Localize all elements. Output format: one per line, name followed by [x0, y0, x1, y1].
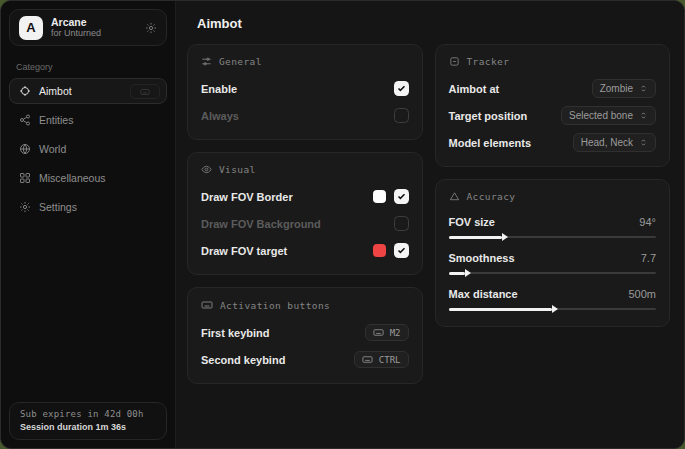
slider-value: 94°: [639, 216, 656, 228]
general-card: General Enable Always: [187, 44, 423, 140]
gear-icon: [19, 201, 31, 213]
setting-row-always: Always: [201, 105, 409, 126]
setting-label: Max distance: [449, 288, 518, 300]
brand-logo: A: [19, 16, 43, 40]
chevrons-up-down-icon: [639, 138, 648, 147]
visual-card-header: Visual: [201, 164, 409, 175]
setting-row-enable: Enable: [201, 78, 409, 99]
app-window: A Arcane for Unturned Category A: [0, 0, 685, 449]
sidebar-item-label: Settings: [39, 201, 77, 213]
setting-row-target-position: Target position Selected bone: [449, 105, 657, 126]
tracker-card-header: Tracker: [449, 56, 657, 67]
gear-icon[interactable]: [145, 22, 157, 34]
aimbot-at-select[interactable]: Zombie: [592, 79, 656, 98]
sidebar-item-label: Aimbot: [39, 85, 72, 97]
model-elements-select[interactable]: Head, Neck: [573, 133, 656, 152]
max-distance-group: Max distance 500m: [449, 285, 657, 313]
slider-value: 7.7: [641, 252, 656, 264]
setting-row-first-keybind: First keybind M2: [201, 322, 409, 343]
right-column: Tracker Aimbot at Zombie: [435, 44, 671, 327]
eye-icon: [201, 164, 212, 175]
activation-card-header: Activation buttons: [201, 299, 409, 311]
crosshair-icon: [19, 85, 31, 97]
select-value: Selected bone: [569, 110, 633, 121]
setting-row-fov-target: Draw FOV target: [201, 240, 409, 261]
sidebar-item-label: Miscellaneous: [39, 172, 106, 184]
triangle-icon: [449, 191, 460, 202]
sidebar-item-aimbot[interactable]: Aimbot: [9, 78, 167, 104]
select-value: Head, Neck: [581, 137, 633, 148]
controls-group: [373, 189, 409, 204]
max-distance-slider[interactable]: [449, 305, 657, 313]
sidebar-item-world[interactable]: World: [9, 136, 167, 162]
setting-row-second-keybind: Second keybind CTRL: [201, 349, 409, 370]
fov-background-checkbox[interactable]: [394, 216, 409, 231]
setting-label: Smoothness: [449, 252, 515, 264]
subscription-info-card: Sub expires in 42d 00h Session duration …: [9, 402, 167, 440]
brand-title: Arcane: [51, 16, 137, 28]
left-column: General Enable Always: [187, 44, 423, 384]
chevrons-up-down-icon: [639, 84, 648, 93]
card-title: Accuracy: [467, 191, 516, 202]
setting-label: Target position: [449, 110, 528, 122]
main-panel: Aimbot General Enable: [176, 1, 684, 448]
sub-expires-text: Sub expires in 42d 00h: [20, 409, 156, 419]
second-keybind-button[interactable]: CTRL: [354, 351, 409, 368]
setting-label: Enable: [201, 83, 237, 95]
card-title: General: [219, 56, 262, 67]
setting-label: First keybind: [201, 327, 269, 339]
color-swatch[interactable]: [373, 244, 386, 257]
sidebar-item-miscellaneous[interactable]: Miscellaneous: [9, 165, 167, 191]
enable-checkbox[interactable]: [394, 81, 409, 96]
slider-rail: [449, 272, 657, 274]
slider-value: 500m: [628, 288, 656, 300]
keyboard-icon: [201, 299, 213, 311]
category-label: Category: [16, 62, 175, 72]
always-checkbox[interactable]: [394, 108, 409, 123]
keybind-hint-badge: [130, 84, 160, 99]
target-position-select[interactable]: Selected bone: [561, 106, 656, 125]
sidebar-item-settings[interactable]: Settings: [9, 194, 167, 220]
brand-subtitle: for Unturned: [51, 28, 137, 38]
brand-text: Arcane for Unturned: [51, 16, 137, 38]
keyboard-icon: [373, 327, 384, 338]
setting-label: FOV size: [449, 216, 495, 228]
sidebar-item-entities[interactable]: Entities: [9, 107, 167, 133]
sidebar-nav: Aimbot Entities: [1, 78, 175, 220]
keybind-value: M2: [390, 328, 401, 338]
smoothness-slider[interactable]: [449, 269, 657, 277]
smoothness-group: Smoothness 7.7: [449, 249, 657, 277]
setting-label: Draw FOV Border: [201, 191, 293, 203]
setting-label: Aimbot at: [449, 83, 500, 95]
chevrons-up-down-icon: [639, 111, 648, 120]
sidebar-item-label: Entities: [39, 114, 73, 126]
cards-grid: General Enable Always: [187, 44, 670, 384]
setting-label: Model elements: [449, 137, 532, 149]
setting-row-fov-background: Draw FOV Background: [201, 213, 409, 234]
accuracy-card: Accuracy FOV size 94°: [435, 179, 671, 327]
fov-border-checkbox[interactable]: [394, 189, 409, 204]
entities-icon: [19, 114, 31, 126]
slider-label-row: FOV size 94°: [449, 213, 657, 230]
sidebar: A Arcane for Unturned Category A: [1, 1, 176, 448]
slider-thumb[interactable]: [449, 308, 553, 311]
slider-label-row: Smoothness 7.7: [449, 249, 657, 266]
session-duration-text: Session duration 1m 36s: [20, 422, 156, 432]
globe-icon: [19, 143, 31, 155]
card-title: Visual: [219, 164, 256, 175]
slider-thumb[interactable]: [449, 236, 503, 239]
slider-label-row: Max distance 500m: [449, 285, 657, 302]
keybind-value: CTRL: [379, 355, 401, 365]
general-card-header: General: [201, 56, 409, 67]
brand-card: A Arcane for Unturned: [9, 9, 167, 46]
first-keybind-button[interactable]: M2: [365, 324, 409, 341]
activation-buttons-card: Activation buttons First keybind M2: [187, 287, 423, 384]
fov-size-slider[interactable]: [449, 233, 657, 241]
grid-icon: [19, 172, 31, 184]
page-title: Aimbot: [197, 16, 670, 31]
fov-size-group: FOV size 94°: [449, 213, 657, 241]
slider-thumb[interactable]: [449, 272, 466, 275]
fov-target-checkbox[interactable]: [394, 243, 409, 258]
color-swatch[interactable]: [373, 190, 386, 203]
setting-row-aimbot-at: Aimbot at Zombie: [449, 78, 657, 99]
